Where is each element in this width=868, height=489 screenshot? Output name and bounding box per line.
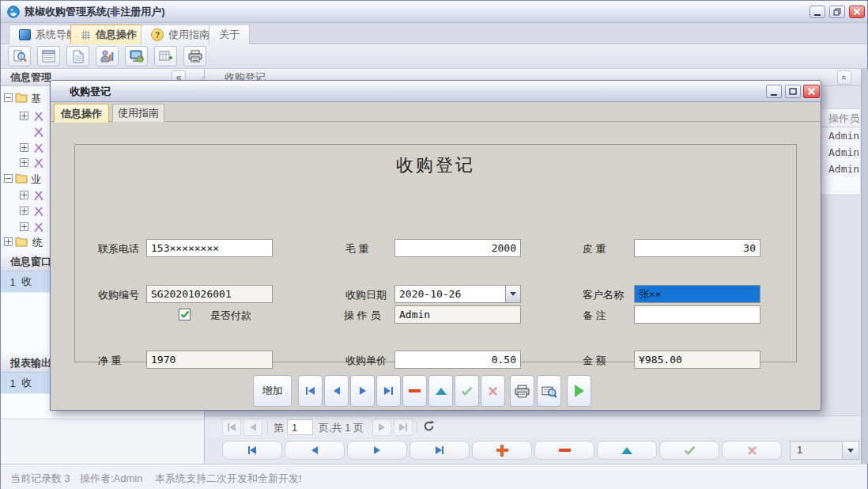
printer-icon [188,50,202,63]
document-button[interactable] [66,46,89,66]
gross-weight-field[interactable]: 2000 [394,239,521,257]
tab-about[interactable]: 关于 [209,25,250,44]
record-prev-button[interactable] [285,441,345,460]
item-index: 1 [4,377,21,389]
record-add-button[interactable] [472,441,532,460]
print-button[interactable] [510,375,534,407]
page-number-input[interactable]: 1 [287,419,313,435]
unit-price-field[interactable]: 0.50 [394,351,521,369]
phone-field[interactable]: 153×××××××× [146,239,273,257]
tool-icon [33,111,44,122]
record-save-button[interactable] [659,441,719,460]
dialog-tab-user-guide[interactable]: 使用指南 [112,104,164,122]
unit-price-label: 收购单价 [345,354,387,368]
folder-icon [15,237,28,247]
monitor-button[interactable] [125,46,148,66]
dialog-minimize-button[interactable] [766,85,782,98]
tool-icon [33,127,44,138]
x-icon [747,445,757,456]
chevron-down-icon[interactable] [505,286,520,302]
amount-label: 金 额 [583,354,606,368]
report-button[interactable] [37,46,60,66]
print-preview-icon [542,385,557,398]
amount-field[interactable]: ¥985.00 [634,351,760,369]
nav-next-button[interactable] [350,375,375,407]
monitor-icon [130,50,144,63]
remark-field[interactable] [634,305,760,324]
tree-plus-box[interactable] [20,143,28,152]
record-edit-button[interactable] [597,441,657,460]
page-prev-button[interactable] [243,419,262,436]
gross-weight-label: 毛 重 [345,242,369,256]
tab-info-operation[interactable]: 信息操作 [70,25,147,44]
dialog-tab-info-operation[interactable]: 信息操作 [54,104,109,123]
customer-name-field[interactable]: 张×× [634,285,760,303]
delete-button[interactable] [402,375,427,407]
item-label: 收 [21,376,32,390]
sidebar-title: 信息管理 [10,71,51,83]
tree-plus-box[interactable] [20,158,28,167]
tree-plus-box[interactable] [20,112,28,120]
tare-weight-label: 皮 重 [583,242,606,256]
app-logo-icon [7,6,20,18]
window-minimize-button[interactable] [810,6,825,18]
dialog-maximize-button[interactable] [785,85,801,98]
page-next-button[interactable] [372,419,391,436]
record-next-button[interactable] [347,441,407,460]
tree-plus-box[interactable] [20,222,28,231]
window-restore-button[interactable] [829,6,845,18]
page-first-button[interactable] [222,419,241,436]
page-size-combo[interactable]: 1 [790,441,859,460]
table-add-button[interactable] [154,46,177,66]
search-button[interactable] [8,46,31,66]
run-icon [575,385,584,397]
tree-minus-box[interactable] [4,174,13,183]
tree-plus-box[interactable] [4,237,13,246]
printer-icon [515,385,530,398]
record-first-button[interactable] [222,441,282,460]
printer-button[interactable] [183,46,206,66]
operator-field[interactable]: Admin [394,305,521,324]
dialog-tabstrip: 信息操作 使用指南 [51,102,821,122]
nav-square-icon [19,29,31,40]
tab-label: 关于 [219,28,240,42]
tab-user-guide[interactable]: ? 使用指南 [141,25,220,44]
purchase-date-combo[interactable]: 2020-10-26 [394,285,521,303]
tree-plus-box[interactable] [20,207,28,215]
tree-plus-box[interactable] [20,191,28,199]
folder-open-icon [15,93,28,103]
record-last-button[interactable] [409,441,470,460]
chevron-down-icon[interactable] [842,442,859,459]
net-weight-field[interactable]: 1970 [146,351,273,369]
print-preview-button[interactable] [537,375,561,407]
dialog-close-button[interactable] [803,85,820,98]
purchase-no-field[interactable]: SG20201026001 [146,285,273,303]
nav-prev-button[interactable] [324,375,349,407]
user-manage-button[interactable] [96,46,119,66]
cell-operator: Admin [828,144,859,161]
tare-weight-field[interactable]: 30 [634,239,760,257]
run-button[interactable] [567,375,591,407]
nav-last-button[interactable] [376,375,401,407]
refresh-icon[interactable] [423,420,435,434]
is-paid-checkbox[interactable] [179,309,191,320]
tool-icon [33,142,44,154]
record-count-label: 当前记录数 3 [10,472,70,486]
cancel-button[interactable] [481,375,505,407]
purchase-no-label: 收购编号 [98,288,139,302]
record-cancel-button[interactable] [722,441,782,460]
tool-icon [33,190,44,201]
edit-button[interactable] [428,375,453,407]
tool-icon [33,222,44,233]
add-button[interactable]: 增加 [253,375,292,407]
status-bar: 当前记录数 3 操作者:Admin 本系统支持二次开发和全新开发! [1,464,867,489]
help-icon: ? [151,28,164,41]
record-remove-button[interactable] [534,441,594,460]
nav-first-button[interactable] [298,375,323,407]
save-button[interactable] [455,375,479,407]
page-last-button[interactable] [394,419,413,436]
window-close-button[interactable] [849,6,865,18]
user-manage-icon [100,50,114,63]
panel-collapse-button[interactable]: « [837,70,851,85]
tree-minus-box[interactable] [4,93,13,102]
